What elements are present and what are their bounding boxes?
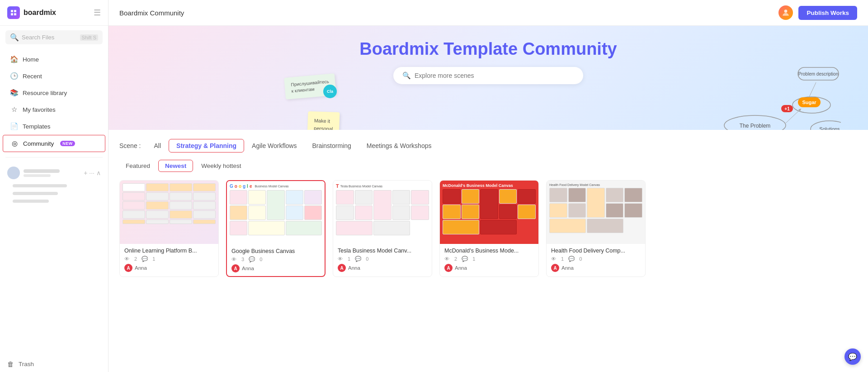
view-icon: 👁 [444, 256, 450, 262]
view-icon: 👁 [338, 256, 343, 262]
scene-tab-strategy-planning[interactable]: Strategy & Planning [169, 139, 244, 153]
page-title: Boardmix Community [119, 9, 184, 17]
sidebar: boardmix ☰ 🔍 Search Files Shift S 🏠 Home… [0, 0, 108, 372]
scene-tab-brainstorming[interactable]: Brainstorming [304, 139, 359, 153]
chevron-up-icon[interactable]: ∧ [96, 169, 101, 176]
like-count: 1 [152, 256, 155, 262]
like-icon: 💬 [462, 256, 468, 262]
sidebar-item-templates[interactable]: 📄 Templates [3, 118, 105, 134]
card-author: A Anna [551, 264, 641, 272]
svg-text:The Problem: The Problem [740, 123, 771, 129]
sidebar-item-trash[interactable]: 🗑 Trash [0, 356, 108, 372]
home-icon: 🏠 [10, 55, 18, 63]
sidebar-item-my-favorites[interactable]: ☆ My favorites [3, 101, 105, 118]
workspace-actions[interactable]: + ··· ∧ [84, 169, 101, 176]
author-name: Anna [135, 265, 147, 271]
hero-title-text: Boardmix Template Community [359, 39, 617, 58]
svg-text:Solutions: Solutions [819, 126, 840, 130]
svg-line-6 [809, 82, 816, 97]
author-avatar: A [338, 264, 346, 272]
workspace-file-item-1[interactable] [5, 182, 103, 190]
scene-tab-agile-workflows[interactable]: Agile Workflows [244, 139, 304, 153]
hero-search-bar[interactable]: 🔍 [393, 67, 583, 84]
scene-bar: Scene : All Strategy & Planning Agile Wo… [119, 139, 857, 153]
collapse-button[interactable]: ☰ [94, 8, 101, 18]
search-shortcut: Shift S [80, 34, 98, 41]
like-icon: 💬 [142, 256, 148, 262]
view-count: 1 [561, 256, 564, 262]
like-count: 1 [472, 256, 475, 262]
template-card-health-food[interactable]: Health Food Delivery Model Canvas [546, 180, 646, 277]
workspace-file-item-2[interactable] [5, 190, 103, 197]
template-card-online-learning[interactable]: Online Learning Platform B... 👁 2 💬 1 A … [119, 180, 219, 277]
author-name: Anna [242, 266, 254, 271]
scene-tab-all[interactable]: All [146, 139, 169, 153]
search-bar[interactable]: 🔍 Search Files Shift S [5, 30, 103, 44]
scene-label: Scene : [119, 142, 141, 149]
filter-tab-weekly-hottest[interactable]: Weekly hottest [195, 160, 247, 172]
deco-mindmap: The Problem Goals Problem description So… [714, 62, 841, 130]
sidebar-item-label: Templates [23, 123, 51, 130]
like-icon: 💬 [355, 256, 361, 262]
author-avatar: A [231, 264, 240, 272]
view-count: 1 [348, 256, 350, 262]
card-thumbnail: Google Business Model Canvas [227, 181, 325, 244]
filter-bar: Featured Newest Weekly hottest [119, 160, 857, 172]
sidebar-item-recent[interactable]: 🕒 Recent [3, 68, 105, 84]
workspace-file-item-3[interactable] [5, 197, 103, 205]
hero-title: Boardmix Template Community [359, 39, 617, 59]
resource-library-icon: 📚 [10, 89, 18, 97]
view-icon: 👁 [124, 256, 130, 262]
template-card-tesla-business[interactable]: T Tesla Business Model Canvas [333, 180, 432, 277]
chat-support-button[interactable]: 💬 [844, 348, 861, 365]
sidebar-item-resource-library[interactable]: 📚 Resource library [3, 85, 105, 101]
author-name: Anna [561, 265, 574, 271]
filter-tab-newest[interactable]: Newest [158, 160, 193, 172]
sidebar-item-label: Resource library [23, 90, 67, 96]
template-card-mcdonald-business[interactable]: McDonald's Business Model Canvas [439, 180, 539, 277]
favorites-icon: ☆ [10, 105, 18, 114]
template-card-google-business[interactable]: Google Business Model Canvas [226, 180, 326, 277]
sidebar-item-label: Recent [23, 73, 42, 80]
search-icon: 🔍 [402, 72, 411, 80]
publish-works-button[interactable]: Publish Works [798, 6, 857, 20]
card-title: Online Learning Platform B... [124, 248, 214, 254]
topbar: Boardmix Community Publish Works [108, 0, 868, 26]
hero-search-input[interactable] [415, 72, 574, 79]
view-count: 2 [454, 256, 457, 262]
scene-tab-meetings-workshops[interactable]: Meetings & Workshops [359, 139, 439, 153]
ws-file-bar [13, 184, 67, 187]
card-title: Health Food Delivery Comp... [551, 248, 641, 254]
sidebar-header: boardmix ☰ [0, 0, 108, 26]
card-thumbnail: McDonald's Business Model Canvas [440, 181, 538, 244]
trash-icon: 🗑 [7, 360, 14, 368]
search-placeholder: Search Files [22, 34, 77, 41]
workspace-section: + ··· ∧ [0, 160, 108, 356]
card-meta: 👁 1 💬 0 [338, 256, 427, 262]
app-logo-icon [7, 6, 20, 19]
community-icon: ◎ [10, 139, 19, 148]
sidebar-item-home[interactable]: 🏠 Home [3, 51, 105, 67]
card-info: Health Food Delivery Comp... 👁 1 💬 0 A A… [547, 244, 645, 276]
filter-tab-featured[interactable]: Featured [119, 160, 156, 172]
card-meta: 👁 2 💬 1 [124, 256, 214, 262]
card-info: Online Learning Platform B... 👁 2 💬 1 A … [120, 244, 218, 276]
card-info: Tesla Business Model Canv... 👁 1 💬 0 A A… [333, 244, 432, 276]
add-icon[interactable]: + [84, 169, 87, 176]
user-avatar-button[interactable] [778, 5, 793, 20]
hero-banner: Прислушивайтеськ клиентам Cla Make itper… [108, 26, 868, 130]
workspace-header[interactable]: + ··· ∧ [5, 164, 103, 182]
view-icon: 👁 [551, 256, 557, 262]
author-avatar: A [124, 264, 132, 272]
more-icon[interactable]: ··· [89, 169, 94, 176]
card-author: A Anna [444, 264, 534, 272]
workspace-name-block [24, 169, 80, 177]
card-author: A Anna [124, 264, 214, 272]
card-author: A Anna [338, 264, 427, 272]
nav-section: 🏠 Home 🕒 Recent 📚 Resource library ☆ My … [0, 49, 108, 154]
sidebar-item-community[interactable]: ◎ Community NEW [3, 135, 105, 152]
author-name: Anna [348, 265, 360, 271]
main-content: Boardmix Community Publish Works Прислуш… [108, 0, 868, 372]
template-grid: Online Learning Platform B... 👁 2 💬 1 A … [119, 180, 857, 277]
card-info: Google Business Canvas 👁 3 💬 0 A Anna [227, 244, 325, 276]
